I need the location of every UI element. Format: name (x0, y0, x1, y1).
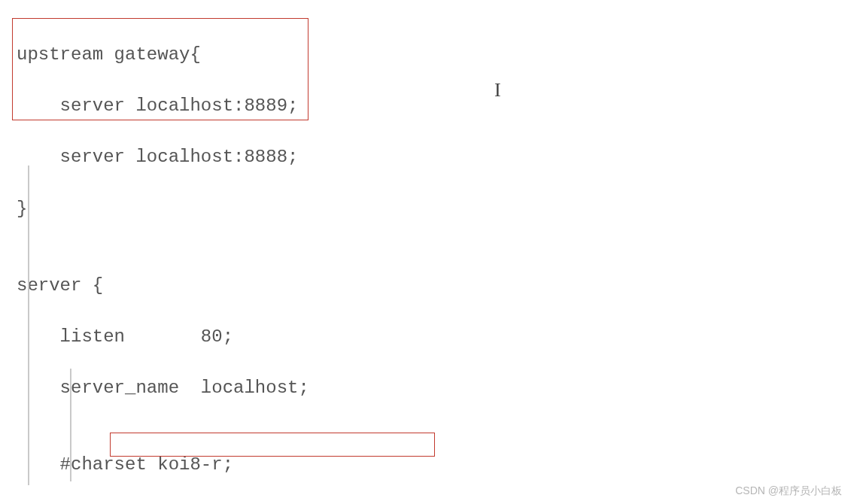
code-line: server localhost:8888; (17, 144, 851, 170)
text-cursor-icon: I (494, 79, 501, 102)
code-line: server_name localhost; (17, 375, 851, 401)
code-line: listen 80; (17, 324, 851, 350)
code-line: #charset koi8-r; (17, 452, 851, 478)
fold-guide-outer (28, 165, 29, 485)
fold-guide-inner (70, 369, 71, 481)
code-line: upstream gateway{ (17, 42, 851, 68)
watermark-text: CSDN @程序员小白板 (735, 484, 842, 498)
code-line: server { (17, 273, 851, 299)
code-block: upstream gateway{ server localhost:8889;… (0, 0, 851, 504)
code-line: server localhost:8889; (17, 93, 851, 119)
code-line: } (17, 196, 851, 222)
